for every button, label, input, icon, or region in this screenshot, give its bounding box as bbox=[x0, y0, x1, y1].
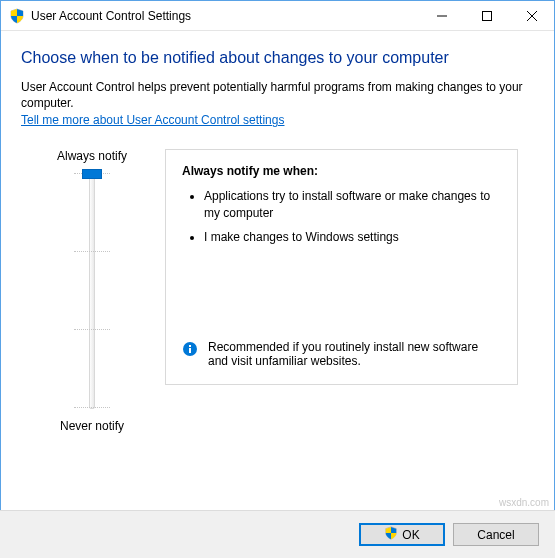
slider-tick bbox=[74, 407, 110, 408]
info-bullet: Applications try to install software or … bbox=[204, 188, 501, 220]
info-bullet: I make changes to Windows settings bbox=[204, 229, 501, 245]
slider-thumb[interactable] bbox=[82, 169, 102, 179]
body-area: Always notify Never notify Always notify… bbox=[21, 149, 534, 433]
cancel-button[interactable]: Cancel bbox=[453, 523, 539, 546]
slider-label-top: Always notify bbox=[57, 149, 127, 163]
close-button[interactable] bbox=[509, 1, 554, 30]
footer: OK Cancel bbox=[0, 510, 555, 558]
cancel-button-label: Cancel bbox=[477, 528, 514, 542]
info-icon bbox=[182, 341, 198, 357]
recommendation-text: Recommended if you routinely install new… bbox=[208, 340, 501, 368]
info-title: Always notify me when: bbox=[182, 164, 501, 178]
content-area: Choose when to be notified about changes… bbox=[1, 31, 554, 441]
watermark: wsxdn.com bbox=[499, 497, 549, 508]
page-description: User Account Control helps prevent poten… bbox=[21, 79, 534, 111]
maximize-button[interactable] bbox=[464, 1, 509, 30]
info-box: Always notify me when: Applications try … bbox=[165, 149, 518, 385]
recommendation-row: Recommended if you routinely install new… bbox=[182, 340, 501, 368]
ok-button[interactable]: OK bbox=[359, 523, 445, 546]
title-bar: User Account Control Settings bbox=[1, 1, 554, 31]
window-title: User Account Control Settings bbox=[31, 9, 419, 23]
info-list: Applications try to install software or … bbox=[182, 188, 501, 253]
svg-rect-5 bbox=[189, 348, 191, 353]
svg-rect-6 bbox=[189, 345, 191, 347]
svg-rect-1 bbox=[482, 11, 491, 20]
ok-button-label: OK bbox=[402, 528, 419, 542]
slider-rail bbox=[89, 173, 95, 409]
help-link[interactable]: Tell me more about User Account Control … bbox=[21, 113, 284, 127]
window-controls bbox=[419, 1, 554, 30]
uac-shield-icon bbox=[384, 526, 398, 543]
minimize-button[interactable] bbox=[419, 1, 464, 30]
slider-tick bbox=[74, 329, 110, 330]
uac-shield-icon bbox=[9, 8, 25, 24]
slider-column: Always notify Never notify bbox=[37, 149, 147, 433]
page-heading: Choose when to be notified about changes… bbox=[21, 49, 534, 67]
slider-tick bbox=[74, 251, 110, 252]
slider-label-bottom: Never notify bbox=[60, 419, 124, 433]
notification-slider[interactable] bbox=[89, 173, 95, 409]
info-column: Always notify me when: Applications try … bbox=[165, 149, 518, 433]
